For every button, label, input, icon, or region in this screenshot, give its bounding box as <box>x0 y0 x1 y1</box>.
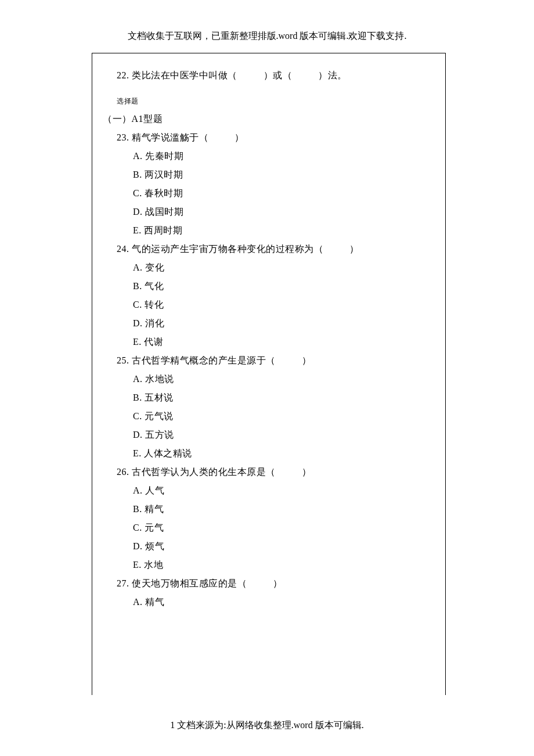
q24-option-d: D. 消化 <box>103 314 435 333</box>
question-22: 22. 类比法在中医学中叫做（ ）或（ ）法。 <box>103 66 435 85</box>
q25-suffix: ） <box>302 355 312 365</box>
q25-option-e: E. 人体之精说 <box>103 444 435 463</box>
q26-suffix: ） <box>302 467 312 477</box>
q22-prefix: 22. 类比法在中医学中叫做（ <box>117 70 237 80</box>
q24-option-b: B. 气化 <box>103 277 435 296</box>
question-27-stem: 27. 使天地万物相互感应的是（ ） <box>103 574 435 593</box>
small-heading: 选择题 <box>103 85 435 110</box>
blank-q23 <box>208 128 234 147</box>
question-23-stem: 23. 精气学说滥觞于（ ） <box>103 128 435 147</box>
blank-2 <box>292 66 318 85</box>
blank-q27 <box>247 574 273 593</box>
q23-option-b: B. 两汉时期 <box>103 165 435 184</box>
q26-option-e: E. 水地 <box>103 556 435 574</box>
q24-suffix: ） <box>349 244 359 254</box>
q23-option-d: D. 战国时期 <box>103 203 435 221</box>
blank-q26 <box>276 463 302 481</box>
q25-option-a: A. 水地说 <box>103 370 435 388</box>
q25-option-b: B. 五材说 <box>103 388 435 407</box>
q23-prefix: 23. 精气学说滥觞于（ <box>117 132 208 142</box>
question-24-stem: 24. 气的运动产生宇宙万物各种变化的过程称为（ ） <box>103 240 435 258</box>
q26-option-a: A. 人气 <box>103 481 435 500</box>
q26-option-b: B. 精气 <box>103 500 435 519</box>
q24-option-a: A. 变化 <box>103 258 435 277</box>
q23-option-c: C. 春秋时期 <box>103 184 435 203</box>
q27-option-a: A. 精气 <box>103 593 435 611</box>
header-note: 文档收集于互联网，已重新整理排版.word 版本可编辑.欢迎下载支持. <box>0 0 534 53</box>
q26-option-d: D. 烦气 <box>103 537 435 556</box>
page-frame: 22. 类比法在中医学中叫做（ ）或（ ）法。 选择题 （一）A1型题 23. … <box>92 53 446 695</box>
q24-prefix: 24. 气的运动产生宇宙万物各种变化的过程称为（ <box>117 244 323 254</box>
q27-prefix: 27. 使天地万物相互感应的是（ <box>117 578 247 588</box>
q24-option-c: C. 转化 <box>103 296 435 314</box>
section-heading: （一）A1型题 <box>103 110 435 128</box>
q23-option-a: A. 先秦时期 <box>103 147 435 165</box>
question-26-stem: 26. 古代哲学认为人类的化生本原是（ ） <box>103 463 435 481</box>
q22-suffix: ）法。 <box>318 70 347 80</box>
blank-q24 <box>323 240 349 258</box>
question-25-stem: 25. 古代哲学精气概念的产生是源于（ ） <box>103 351 435 370</box>
q25-option-d: D. 五方说 <box>103 426 435 444</box>
q26-option-c: C. 元气 <box>103 519 435 537</box>
q24-option-e: E. 代谢 <box>103 333 435 351</box>
q27-suffix: ） <box>273 578 283 588</box>
q25-option-c: C. 元气说 <box>103 407 435 426</box>
q25-prefix: 25. 古代哲学精气概念的产生是源于（ <box>117 355 276 365</box>
blank-q25 <box>276 351 302 370</box>
blank-1 <box>237 66 264 85</box>
q22-mid: ）或（ <box>264 70 293 80</box>
q23-option-e: E. 西周时期 <box>103 221 435 240</box>
footer-note: 1 文档来源为:从网络收集整理.word 版本可编辑. <box>0 719 534 732</box>
q26-prefix: 26. 古代哲学认为人类的化生本原是（ <box>117 467 276 477</box>
q23-suffix: ） <box>234 132 244 142</box>
